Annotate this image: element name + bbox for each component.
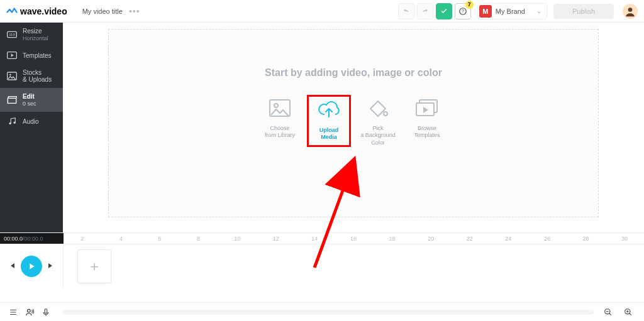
option-label: Upload Media <box>319 127 339 141</box>
undo-icon <box>402 8 410 15</box>
zoom-in-icon <box>624 308 633 317</box>
brand-initial: M <box>479 5 492 18</box>
user-avatar[interactable] <box>623 4 638 19</box>
timeline-ruler[interactable]: 2 4 6 8 10 12 14 16 18 20 22 24 26 28 30 <box>63 233 644 244</box>
sidebar-item-label: Audio <box>23 118 39 125</box>
microphone-icon <box>42 308 50 317</box>
canvas-prompt: Start by adding video, image or color <box>265 67 442 79</box>
svg-point-9 <box>9 74 11 76</box>
chevron-down-icon: ⌄ <box>536 8 541 14</box>
person-speaking-icon <box>25 308 34 317</box>
option-pick-bg-color[interactable]: Pick a Background Color <box>356 95 400 147</box>
option-choose-library[interactable]: Choose from Library <box>258 95 302 147</box>
redo-icon <box>421 8 429 15</box>
library-icon <box>269 99 291 117</box>
sidebar-item-label: Templates <box>23 52 52 59</box>
image-icon <box>6 72 18 80</box>
sidebar-item-audio[interactable]: Audio <box>0 112 63 131</box>
left-sidebar: 16:9 ResizeHorizontal Templates Stocks &… <box>0 23 63 232</box>
avatar-icon <box>624 5 636 18</box>
time-total: 00:00.0 <box>25 236 43 242</box>
app-name: wave.video <box>20 6 67 16</box>
prev-frame-button[interactable] <box>8 261 16 272</box>
music-note-icon <box>6 117 18 126</box>
check-icon <box>440 8 448 15</box>
templates-icon <box>6 52 18 59</box>
svg-point-11 <box>13 122 16 124</box>
editor-main: 16:9 ResizeHorizontal Templates Stocks &… <box>0 23 644 232</box>
project-title[interactable]: My video title <box>82 8 123 15</box>
help-icon: ? <box>458 7 467 16</box>
ruler-tick: 16 <box>334 233 373 244</box>
sidebar-item-label: Stocks & Uploads <box>23 69 52 83</box>
more-menu-icon[interactable]: ••• <box>129 6 140 16</box>
ruler-tick: 18 <box>373 233 412 244</box>
svg-marker-7 <box>11 53 14 57</box>
aspect-ratio-icon: 16:9 <box>6 31 18 38</box>
wave-logo-icon <box>6 6 18 17</box>
bottom-bar <box>0 302 644 321</box>
horizontal-scrollbar[interactable] <box>63 310 594 315</box>
sidebar-item-label: Resize <box>23 28 48 35</box>
sidebar-item-sub: 0 sec <box>23 101 36 107</box>
ruler-tick: 20 <box>411 233 450 244</box>
next-frame-button[interactable] <box>47 261 55 272</box>
sidebar-item-label: Edit <box>23 93 36 100</box>
ruler-tick: 2 <box>63 233 102 244</box>
ruler-tick: 6 <box>140 233 179 244</box>
help-badge-count: 7 <box>465 1 474 9</box>
svg-marker-20 <box>30 263 35 269</box>
play-button[interactable] <box>21 256 42 277</box>
redo-button[interactable] <box>417 3 433 19</box>
clapperboard-icon <box>6 95 18 104</box>
saved-indicator <box>436 3 452 19</box>
time-display: 00:00.0/00:00.0 <box>0 233 63 244</box>
ruler-tick: 22 <box>450 233 489 244</box>
list-toggle-button[interactable] <box>6 305 20 319</box>
svg-text:16:9: 16:9 <box>9 33 14 36</box>
sidebar-item-stocks[interactable]: Stocks & Uploads <box>0 64 63 88</box>
brand-selector[interactable]: M My Brand ⌄ <box>477 3 547 19</box>
playhead[interactable] <box>63 233 64 244</box>
help-button[interactable]: ? 7 <box>455 3 471 19</box>
svg-rect-22 <box>45 308 47 313</box>
empty-canvas[interactable]: Start by adding video, image or color Ch… <box>108 29 599 217</box>
timeline-track: ＋ <box>0 244 644 288</box>
option-browse-templates[interactable]: Browse Templates <box>405 95 449 147</box>
voice-over-button[interactable] <box>23 305 36 319</box>
publish-button[interactable]: Publish <box>553 4 614 19</box>
option-upload-media[interactable]: Upload Media <box>307 95 351 147</box>
svg-text:?: ? <box>462 9 464 13</box>
svg-point-21 <box>28 309 31 312</box>
app-logo: wave.video <box>6 6 67 17</box>
transport-controls <box>0 244 63 288</box>
ruler-tick: 14 <box>296 233 335 244</box>
templates-stack-icon <box>414 99 440 117</box>
ruler-tick: 12 <box>257 233 296 244</box>
zoom-out-icon <box>604 308 613 317</box>
ruler-tick: 24 <box>489 233 528 244</box>
plus-icon: ＋ <box>87 257 101 276</box>
sidebar-item-resize[interactable]: 16:9 ResizeHorizontal <box>0 23 63 46</box>
add-clip-button[interactable]: ＋ <box>77 249 111 283</box>
zoom-out-button[interactable] <box>601 305 615 319</box>
sidebar-item-sub: Horizontal <box>23 35 48 41</box>
mic-button[interactable] <box>39 305 53 319</box>
svg-point-14 <box>384 112 387 116</box>
ruler-tick: 10 <box>218 233 257 244</box>
brand-label: My Brand <box>496 8 525 15</box>
timeline-header: 00:00.0/00:00.0 2 4 6 8 10 12 14 16 18 2… <box>0 232 644 244</box>
add-media-options: Choose from Library Upload Media Pick a … <box>258 95 449 147</box>
sidebar-item-edit[interactable]: Edit0 sec <box>0 88 63 112</box>
undo-button[interactable] <box>398 3 414 19</box>
play-icon <box>27 262 36 271</box>
option-label: Choose from Library <box>265 125 295 139</box>
sidebar-item-templates[interactable]: Templates <box>0 46 63 64</box>
svg-point-10 <box>9 122 11 125</box>
skip-back-icon <box>8 262 16 269</box>
canvas-area: Start by adding video, image or color Ch… <box>63 23 644 232</box>
zoom-in-button[interactable] <box>621 305 635 319</box>
ruler-tick: 30 <box>605 233 644 244</box>
svg-point-13 <box>274 104 278 107</box>
time-current: 00:00.0 <box>4 236 23 242</box>
